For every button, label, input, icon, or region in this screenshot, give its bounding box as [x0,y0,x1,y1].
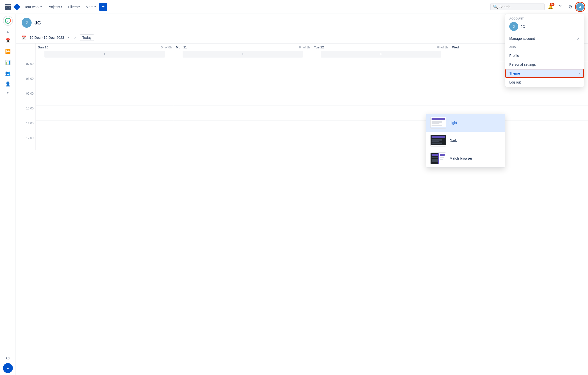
filters-button[interactable]: Filters ▾ [66,3,82,10]
time-slot-11: 11:00 [16,121,36,135]
notifications-button[interactable]: 🔔 9+ [547,3,554,11]
filters-label: Filters [68,5,77,9]
forward-icon: ⏩ [5,49,11,54]
day-hours-tue: 0h of 8h [437,46,448,49]
chart-icon: 📊 [5,60,11,65]
calendar-grid: Sun 10 0h of 0h + Mon 11 0h of 8h + Tue … [16,43,588,375]
sidebar-item-forward[interactable]: ⏩ [3,46,13,56]
external-link-icon: ↗ [577,37,580,41]
next-arrow[interactable]: › [73,34,76,41]
your-work-button[interactable]: Your work ▾ [22,3,44,10]
account-avatar: J [509,22,518,31]
time-gutter [16,43,36,61]
add-entry-tue[interactable]: + [321,51,441,58]
theme-option-light[interactable]: Light [426,114,505,132]
time-slot-7: 07:00 [16,61,36,76]
sidebar-item-calendar[interactable]: 📅 [3,36,13,45]
theme-preview-match [430,152,446,164]
theme-light-label: Light [450,121,457,125]
theme-menu-item[interactable]: Theme › [505,69,584,78]
chevron-down-icon: ▾ [95,5,96,8]
personal-settings-label: Personal settings [509,62,536,66]
people-icon: 👥 [5,70,11,76]
add-entry-sun[interactable]: + [44,51,165,58]
star-icon: ★ [6,366,10,371]
user-name: JC [35,20,41,26]
theme-dark-label: Dark [450,139,457,143]
chevron-down-icon: ▾ [40,5,42,8]
time-slot-8: 08:00 [16,76,36,91]
today-button[interactable]: Today [80,34,94,41]
scroll-down-button[interactable]: ▼ [5,90,11,96]
sidebar-item-settings[interactable]: ⚙ [3,353,13,363]
sidebar: ✓ ▲ 📅 ⏩ 📊 👥 👤 ▼ ⚙ ★ [0,14,16,375]
sidebar-item-person[interactable]: 👤 [3,79,13,89]
theme-label: Theme [509,71,520,75]
projects-label: Projects [48,5,60,9]
day-hours-mon: 0h of 8h [299,46,310,49]
main-content: J JC Current Period - ▾ 📅 10 Dec - 16 De… [16,14,588,375]
chevron-right-icon: › [579,72,580,75]
your-work-label: Your work [24,5,39,9]
day-hours-sun: 0h of 0h [161,46,171,49]
settings-button[interactable]: ⚙ [566,3,574,11]
day-name-tue: Tue 12 [314,45,324,49]
account-initials: J [513,24,515,29]
help-button[interactable]: ? [556,3,564,11]
add-entry-mon[interactable]: + [183,51,303,58]
prev-arrow[interactable]: ‹ [67,34,70,41]
manage-account-label: Manage account [509,37,535,41]
theme-submenu: Light Dark [426,114,505,167]
notification-badge: 9+ [550,3,554,6]
account-section-label: ACCOUNT [509,17,580,20]
add-button[interactable]: + [99,3,107,11]
day-name-mon: Mon 11 [176,45,187,49]
person-icon: 👤 [5,81,11,87]
manage-account-button[interactable]: Manage account ↗ [505,34,584,43]
sidebar-starred-button[interactable]: ★ [3,363,13,373]
theme-preview-dark [430,135,446,146]
time-column: 07:00 08:00 09:00 10:00 11:00 12:00 [16,61,36,150]
jira-section-label: JIRA [505,45,584,49]
user-avatar-button[interactable]: J [576,3,584,11]
question-icon: ? [559,4,562,9]
personal-settings-menu-item[interactable]: Personal settings [505,60,584,69]
plus-icon: + [102,4,105,10]
logout-label: Log out [509,80,521,84]
chevron-down-icon: ▾ [61,5,62,8]
account-row: J JC [509,22,580,31]
theme-option-dark[interactable]: Dark [426,132,505,149]
time-slot-9: 09:00 [16,91,36,106]
more-button[interactable]: More ▾ [83,3,98,10]
theme-match-label: Match browser [450,156,472,160]
top-navigation: Your work ▾ Projects ▾ Filters ▾ More ▾ … [0,0,588,14]
app-body: ✓ ▲ 📅 ⏩ 📊 👥 👤 ▼ ⚙ ★ [0,14,588,375]
scroll-up-button[interactable]: ▲ [5,29,11,35]
logout-menu-item[interactable]: Log out [505,78,584,87]
day-body-mon [174,61,312,150]
search-bar[interactable]: 🔍 [490,3,545,10]
account-section: ACCOUNT J JC [505,14,584,34]
brand-logo [13,3,21,11]
avatar-initials-large: J [26,21,28,25]
search-icon: 🔍 [493,4,498,9]
search-input[interactable] [499,5,542,9]
sidebar-item-people[interactable]: 👥 [3,68,13,78]
settings-icon: ⚙ [6,355,10,361]
sidebar-item-chart[interactable]: 📊 [3,57,13,67]
calendar-icon: 📅 [22,35,27,40]
day-col-tue: Tue 12 0h of 8h + [312,43,450,61]
day-name-wed: Wed [452,45,459,49]
date-navigation: 📅 10 Dec - 16 Dec, 2023 ‹ › Today [16,32,588,43]
profile-menu-item[interactable]: Profile [505,51,584,60]
chevron-down-icon: ▾ [78,5,80,8]
app-switcher-button[interactable] [4,3,12,11]
user-avatar-large: J [22,18,32,28]
more-label: More [86,5,94,9]
day-body-sun [36,61,174,150]
projects-button[interactable]: Projects ▾ [45,3,65,10]
time-slot-12: 12:00 [16,135,36,150]
gear-icon: ⚙ [568,4,572,10]
main-header: J JC Current Period - ▾ [16,14,588,32]
theme-option-match[interactable]: Match browser [426,149,505,167]
